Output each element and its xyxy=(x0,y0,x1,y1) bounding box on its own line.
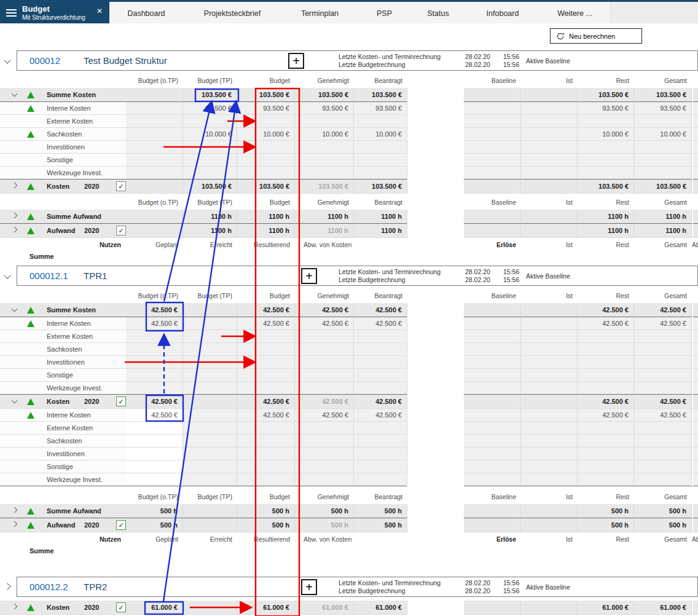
section-id[interactable]: 000012 xyxy=(29,55,60,66)
cell-otp xyxy=(126,115,183,128)
cell-ges xyxy=(634,115,692,128)
section-id[interactable]: 000012.2 xyxy=(29,582,68,592)
budget-table: Budget (o.TP)Budget (TP)BudgetGenehmigtB… xyxy=(0,489,698,532)
row-label-cell: Sonstige xyxy=(0,154,126,167)
spacer-column xyxy=(407,115,464,128)
active-tab-subtitle: Mit Strukturverdichtung xyxy=(22,14,85,21)
add-button[interactable]: + xyxy=(301,268,317,284)
chevron-down-icon[interactable] xyxy=(12,306,18,312)
cell-gen xyxy=(295,167,354,180)
section-name: Test Budget Struktur xyxy=(84,55,167,66)
recalculate-button[interactable]: Neu berechnen xyxy=(550,28,642,44)
nutzen-col-erreicht: Erreicht xyxy=(183,238,237,251)
chevron-right-icon[interactable] xyxy=(4,583,10,590)
column-header-gen: Genehmigt xyxy=(295,288,354,303)
edge-column xyxy=(692,167,698,180)
tab-terminplan[interactable]: Terminplan xyxy=(281,2,358,25)
tab-infoboard[interactable]: Infoboard xyxy=(466,2,539,25)
chevron-down-icon[interactable] xyxy=(4,57,10,63)
chevron-right-icon[interactable] xyxy=(12,604,18,610)
checkbox[interactable]: ✓ xyxy=(116,397,126,406)
add-button[interactable]: + xyxy=(301,579,317,595)
cell-tp: 1100 h xyxy=(183,210,237,224)
row-label: Werkzeuge Invest. xyxy=(47,476,103,483)
summe-label: Summe xyxy=(29,253,54,260)
row-label-cell: Summe Kosten xyxy=(0,303,126,317)
tab-projektsteckbrief[interactable]: Projektsteckbrief xyxy=(183,2,281,25)
cell-bud: 103.500 € xyxy=(237,180,295,194)
cell-ist xyxy=(521,422,578,435)
table-row: Werkzeuge Invest. xyxy=(0,167,698,180)
spacer-column xyxy=(407,504,464,518)
cell-bas xyxy=(464,167,521,180)
cell-otp xyxy=(126,88,183,102)
cell-res: 1100 h xyxy=(578,224,634,238)
cell-gen: 61.000 € xyxy=(295,601,354,615)
cell-bud: 500 h xyxy=(237,518,295,532)
cell-tp xyxy=(183,409,237,422)
section-id[interactable]: 000012.1 xyxy=(29,270,68,281)
cell-ges xyxy=(634,382,692,395)
row-label: Aufwand xyxy=(47,227,75,234)
cell-tp: 10.000 € xyxy=(183,128,237,141)
cell-otp[interactable] xyxy=(126,435,183,448)
row-label-cell: Sachkosten xyxy=(0,343,126,356)
cell-res xyxy=(578,343,634,356)
cell-bud xyxy=(237,343,295,356)
calc-label: Letzte Budgetrechnung xyxy=(339,587,464,595)
spacer-column xyxy=(407,395,464,409)
cell-otp[interactable] xyxy=(126,422,183,435)
tab-psp[interactable]: PSP xyxy=(358,2,410,25)
chevron-down-icon[interactable] xyxy=(4,272,10,278)
cell-ist xyxy=(521,102,578,115)
cell-bud: 500 h xyxy=(237,504,295,518)
section-header-000012-2: 000012.2TPR2+Letzte Kosten- und Terminre… xyxy=(0,577,698,597)
calc-date: 28.02.20 xyxy=(465,268,502,276)
checkbox[interactable]: ✓ xyxy=(116,602,126,612)
checkbox[interactable]: ✓ xyxy=(116,520,126,530)
cell-tp xyxy=(183,303,237,317)
cell-otp[interactable] xyxy=(126,460,183,473)
row-year: 2020 xyxy=(84,521,99,529)
add-button[interactable]: + xyxy=(288,53,304,69)
edge-column xyxy=(692,601,698,615)
chevron-down-icon[interactable] xyxy=(12,398,18,404)
close-icon[interactable]: ✕ xyxy=(96,7,103,15)
chevron-right-icon[interactable] xyxy=(12,521,18,527)
checkbox[interactable]: ✓ xyxy=(116,226,126,235)
trend-up-icon xyxy=(27,213,34,220)
active-baseline-label: Aktive Baseline xyxy=(526,266,570,285)
cell-bea: 42.500 € xyxy=(354,409,407,422)
column-header-bas: Baseline xyxy=(464,489,521,504)
cell-gen xyxy=(295,154,354,167)
row-label: Kosten xyxy=(47,604,69,611)
spacer-column xyxy=(407,128,464,141)
trend-up-icon xyxy=(27,412,34,419)
active-tab-budget[interactable]: Budget Mit Strukturverdichtung ✕ xyxy=(0,2,109,25)
cell-ist xyxy=(521,115,578,128)
cell-bas xyxy=(464,409,521,422)
tab-weitere[interactable]: Weitere ... xyxy=(539,2,610,25)
trend-up-icon xyxy=(27,183,34,190)
chevron-right-icon[interactable] xyxy=(12,213,18,219)
checkbox[interactable]: ✓ xyxy=(116,181,126,191)
cell-otp[interactable] xyxy=(126,448,183,460)
nutzen-label: Nutzen xyxy=(0,238,126,251)
chevron-right-icon[interactable] xyxy=(12,507,18,513)
cell-ges: 42.500 € xyxy=(634,395,692,409)
tab-dashboard[interactable]: Dashboard xyxy=(109,2,183,25)
cell-otp[interactable]: 42.500 € xyxy=(126,409,183,422)
row-label-cell xyxy=(0,195,126,210)
erloese-col-rest: Rest xyxy=(578,532,634,546)
chevron-right-icon[interactable] xyxy=(12,183,18,189)
chevron-right-icon[interactable] xyxy=(12,227,18,233)
menu-icon[interactable] xyxy=(6,9,17,18)
active-tab-title: Budget xyxy=(22,4,50,14)
cell-bas xyxy=(464,343,521,356)
cell-otp[interactable] xyxy=(126,473,183,486)
cell-bea: 93.500 € xyxy=(354,102,407,115)
tab-status[interactable]: Status xyxy=(410,2,466,25)
calc-date: 28.02.20 xyxy=(465,579,502,587)
chevron-down-icon[interactable] xyxy=(12,91,18,97)
check-icon: ✓ xyxy=(118,227,124,234)
